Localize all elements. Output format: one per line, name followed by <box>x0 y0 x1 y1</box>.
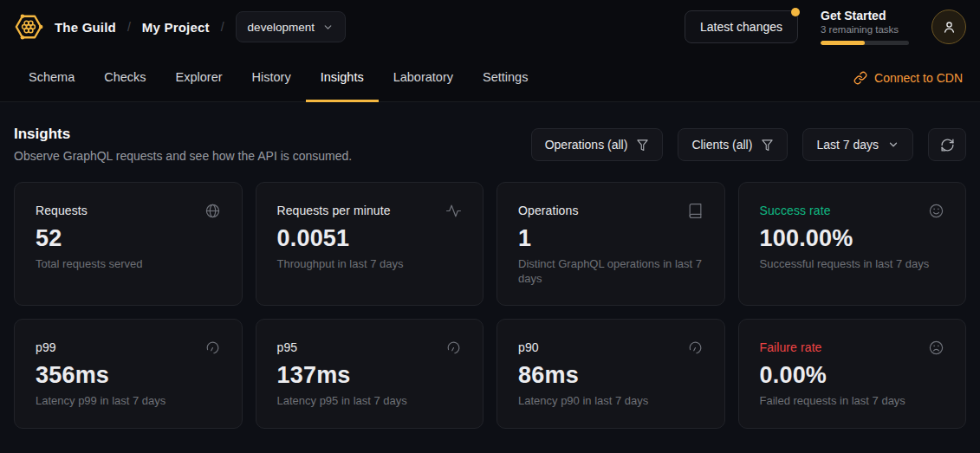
card-label: Requests <box>36 204 88 217</box>
card-value: 137ms <box>277 364 463 387</box>
get-started-subtitle: 3 remaining tasks <box>821 24 909 35</box>
filter-toolbar: Operations (all) Clients (all) Last 7 da… <box>531 128 966 161</box>
breadcrumb-separator: / <box>127 20 131 34</box>
smile-icon <box>928 203 944 219</box>
globe-icon <box>204 203 221 219</box>
card-value: 356ms <box>36 364 221 387</box>
latest-changes-button[interactable]: Latest changes <box>685 10 798 43</box>
stat-card-p95: p95 137ms Latency p95 in last 7 days <box>256 319 484 429</box>
card-value: 0.00% <box>760 364 945 387</box>
connect-to-cdn-label: Connect to CDN <box>874 71 963 85</box>
stat-card-success-rate: Success rate 100.00% Successful requests… <box>738 182 967 306</box>
card-description: Successful requests in last 7 days <box>760 257 945 272</box>
tab-laboratory[interactable]: Laboratory <box>379 54 468 102</box>
card-label: Failure rate <box>760 340 822 354</box>
tab-settings[interactable]: Settings <box>468 54 542 102</box>
card-description: Latency p95 in last 7 days <box>277 394 463 409</box>
card-value: 52 <box>36 227 221 250</box>
target-selector[interactable]: development <box>236 11 346 42</box>
latest-changes-label: Latest changes <box>700 20 782 34</box>
get-started-progress <box>821 41 909 45</box>
progress-fill <box>821 41 865 45</box>
top-bars: The Guild / My Project / development Lat… <box>0 0 980 102</box>
frown-icon <box>928 340 944 356</box>
tab-list: Schema Checks Explorer History Insights … <box>14 54 542 101</box>
project-nav: Schema Checks Explorer History Insights … <box>0 54 980 102</box>
connect-to-cdn-link[interactable]: Connect to CDN <box>850 54 966 101</box>
chevron-down-icon <box>887 139 899 151</box>
target-selector-label: development <box>248 21 315 34</box>
tab-checks[interactable]: Checks <box>89 54 160 102</box>
card-label: Success rate <box>760 204 831 217</box>
page-subtitle: Observe GraphQL requests and see how the… <box>14 149 352 163</box>
notification-dot <box>791 8 800 16</box>
card-value: 86ms <box>518 364 704 387</box>
header: The Guild / My Project / development Lat… <box>0 0 980 54</box>
clients-filter-button[interactable]: Clients (all) <box>678 128 788 161</box>
card-description: Throughput in last 7 days <box>277 257 463 272</box>
refresh-button[interactable] <box>928 128 966 161</box>
header-right: Latest changes Get Started 3 remaining t… <box>685 9 966 45</box>
card-value: 100.00% <box>760 227 945 250</box>
card-label: Operations <box>518 204 578 217</box>
hive-logo-icon[interactable] <box>14 12 43 42</box>
card-label: p95 <box>277 340 298 354</box>
tab-insights[interactable]: Insights <box>306 54 379 102</box>
date-range-selector[interactable]: Last 7 days <box>802 128 913 161</box>
breadcrumb: The Guild / My Project / development <box>14 11 346 42</box>
stat-card-p90: p90 86ms Latency p90 in last 7 days <box>496 319 725 429</box>
get-started-title: Get Started <box>821 9 909 23</box>
operations-filter-button[interactable]: Operations (all) <box>531 128 664 161</box>
card-label: p99 <box>36 340 56 354</box>
card-label: Requests per minute <box>277 204 391 217</box>
card-value: 1 <box>518 227 704 250</box>
card-description: Failed requests in last 7 days <box>760 394 945 409</box>
insights-header: Insights Observe GraphQL requests and se… <box>0 102 980 163</box>
page-title: Insights <box>14 126 352 143</box>
breadcrumb-project[interactable]: My Project <box>142 20 210 35</box>
gauge-icon <box>687 340 704 356</box>
card-description: Distinct GraphQL operations in last 7 da… <box>518 257 704 287</box>
link-icon <box>853 71 867 85</box>
gauge-icon <box>445 340 462 356</box>
gauge-icon <box>204 340 221 356</box>
book-icon <box>687 203 704 219</box>
card-description: Latency p90 in last 7 days <box>518 394 704 409</box>
operations-filter-label: Operations (all) <box>545 138 628 152</box>
card-label: p90 <box>518 340 539 354</box>
get-started-widget[interactable]: Get Started 3 remaining tasks <box>821 9 909 45</box>
date-range-label: Last 7 days <box>816 138 879 152</box>
user-avatar[interactable] <box>931 10 966 44</box>
stat-card-requests: Requests 52 Total requests served <box>14 182 243 306</box>
tab-explorer[interactable]: Explorer <box>161 54 237 102</box>
refresh-icon <box>940 138 955 152</box>
chevron-down-icon <box>322 22 334 33</box>
stats-grid: Requests 52 Total requests served Reques… <box>14 182 966 429</box>
card-value: 0.0051 <box>277 227 463 250</box>
activity-icon <box>445 203 462 219</box>
insights-title-block: Insights Observe GraphQL requests and se… <box>14 126 352 163</box>
clients-filter-label: Clients (all) <box>691 138 752 152</box>
tab-schema[interactable]: Schema <box>14 54 89 102</box>
person-icon <box>941 19 957 36</box>
stat-card-p99: p99 356ms Latency p99 in last 7 days <box>14 319 243 429</box>
card-description: Latency p99 in last 7 days <box>36 394 221 409</box>
card-description: Total requests served <box>36 257 221 272</box>
funnel-icon <box>761 139 774 152</box>
funnel-icon <box>636 139 649 152</box>
breadcrumb-separator: / <box>221 20 224 34</box>
stat-card-requests-per-minute: Requests per minute 0.0051 Throughput in… <box>256 182 484 306</box>
tab-history[interactable]: History <box>237 54 306 102</box>
breadcrumb-org[interactable]: The Guild <box>55 20 116 35</box>
stat-card-operations: Operations 1 Distinct GraphQL operations… <box>496 182 725 306</box>
stat-card-failure-rate: Failure rate 0.00% Failed requests in la… <box>738 319 967 429</box>
